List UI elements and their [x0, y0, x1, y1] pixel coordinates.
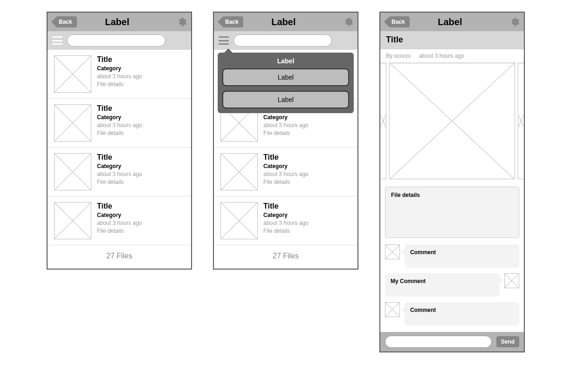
- back-button[interactable]: Back: [56, 16, 77, 27]
- item-details: File details: [97, 81, 142, 88]
- topbar: Back Label: [48, 13, 191, 31]
- image-carousel[interactable]: [380, 63, 524, 185]
- frame-detail: Back Label Title By xxxxxx about 3 hours…: [379, 12, 525, 352]
- list-item-body: Title Category about 3 hours ago File de…: [97, 153, 142, 190]
- thumbnail-placeholder-icon: [54, 55, 91, 93]
- list-item[interactable]: Title Category about 3 hours ago File de…: [48, 196, 191, 245]
- item-title: Title: [263, 202, 309, 210]
- comment-mine: My Comment: [380, 271, 524, 300]
- item-details: File details: [97, 179, 142, 185]
- message-input[interactable]: [385, 336, 492, 348]
- search-input[interactable]: [67, 34, 165, 47]
- hamburger-icon[interactable]: [219, 36, 229, 45]
- avatar-icon: [385, 302, 400, 317]
- carousel-prev-peek-icon: [380, 63, 386, 179]
- item-time: about 3 hours ago: [97, 171, 142, 177]
- searchbar: [214, 31, 357, 50]
- filter-popover: Label Label Label: [218, 53, 354, 113]
- item-category: Category: [97, 114, 142, 121]
- item-title: Title: [97, 55, 142, 64]
- item-title: Title: [263, 153, 309, 162]
- item-title: Title: [97, 104, 142, 113]
- list-item-body: Title Category about 3 hours ago File de…: [263, 202, 309, 239]
- author: By xxxxxx: [386, 53, 411, 59]
- list-item-body: Title Category about 3 hours ago File de…: [97, 202, 142, 239]
- gear-icon[interactable]: [343, 16, 354, 27]
- list-footer-count: 27 Files: [48, 245, 191, 269]
- list-item-body: Title Category about 3 hours ago File de…: [97, 104, 142, 142]
- item-time: about 3 hours ago: [263, 122, 309, 128]
- item-category: Category: [263, 114, 309, 121]
- hero-image-placeholder-icon: [389, 63, 515, 179]
- frame-list-popover: Back Label Title Category about 3 hours …: [213, 12, 358, 270]
- thumbnail-placeholder-icon: [54, 104, 91, 142]
- list-footer-count: 27 Files: [214, 245, 357, 269]
- topbar: Back Label: [380, 13, 524, 31]
- item-details: File details: [263, 179, 309, 185]
- item-time: about 3 hours ago: [97, 220, 142, 226]
- item-category: Category: [97, 65, 142, 72]
- item-category: Category: [97, 212, 142, 218]
- comment-bubble: Comment: [405, 244, 519, 268]
- search-field-wrap: [67, 34, 186, 47]
- item-details: File details: [263, 228, 309, 234]
- avatar-icon: [385, 244, 400, 259]
- timestamp: about 3 hours ago: [419, 53, 464, 59]
- gear-icon[interactable]: [176, 16, 187, 27]
- item-time: about 3 hours ago: [263, 171, 309, 177]
- item-details: File details: [263, 130, 309, 136]
- carousel-next-peek-icon: [518, 63, 524, 179]
- comment: Comment: [380, 243, 524, 271]
- searchbar: [48, 31, 191, 50]
- comment: Comment: [380, 300, 524, 329]
- list-item[interactable]: Title Category about 3 hours ago File de…: [48, 99, 191, 148]
- list-item[interactable]: Title Category about 3 hours ago File de…: [214, 148, 357, 196]
- hamburger-icon[interactable]: [52, 36, 62, 45]
- message-inputbar: Send: [380, 332, 524, 351]
- thumbnail-placeholder-icon: [54, 202, 91, 239]
- detail-title: Title: [380, 31, 524, 49]
- file-details-box: File details: [385, 187, 519, 238]
- avatar-icon: [504, 273, 519, 288]
- topbar: Back Label: [214, 13, 357, 31]
- search-field-wrap: [234, 34, 353, 47]
- thumbnail-placeholder-icon: [220, 153, 258, 190]
- frame-list: Back Label Title Category about 3 hours …: [47, 12, 192, 270]
- item-details: File details: [97, 228, 142, 234]
- list-item[interactable]: Title Category about 3 hours ago File de…: [48, 50, 191, 99]
- gear-icon[interactable]: [509, 16, 520, 27]
- list-item-body: Title Category about 3 hours ago File de…: [97, 55, 142, 93]
- item-title: Title: [97, 153, 142, 162]
- item-category: Category: [263, 163, 309, 169]
- popover-option[interactable]: Label: [222, 68, 349, 86]
- thumbnail-placeholder-icon: [54, 153, 91, 190]
- file-list: Title Category about 3 hours ago File de…: [48, 50, 191, 245]
- list-item[interactable]: Title Category about 3 hours ago File de…: [214, 196, 357, 245]
- byline: By xxxxxx about 3 hours ago: [380, 49, 524, 63]
- item-time: about 3 hours ago: [97, 73, 142, 80]
- back-button[interactable]: Back: [389, 16, 410, 27]
- thumbnail-placeholder-icon: [220, 202, 258, 239]
- send-button[interactable]: Send: [496, 336, 519, 347]
- back-button[interactable]: Back: [222, 16, 243, 27]
- popover-option[interactable]: Label: [222, 91, 349, 108]
- item-time: about 3 hours ago: [263, 220, 309, 226]
- list-item[interactable]: Title Category about 3 hours ago File de…: [48, 148, 191, 196]
- popover-title: Label: [222, 57, 349, 65]
- item-time: about 3 hours ago: [97, 122, 142, 128]
- comment-bubble: Comment: [405, 302, 519, 325]
- item-title: Title: [97, 202, 142, 210]
- item-category: Category: [97, 163, 142, 169]
- comment-bubble: My Comment: [385, 273, 500, 297]
- item-details: File details: [97, 130, 142, 136]
- list-item-body: Title Category about 3 hours ago File de…: [263, 153, 309, 190]
- search-input[interactable]: [234, 34, 332, 47]
- item-category: Category: [263, 212, 309, 218]
